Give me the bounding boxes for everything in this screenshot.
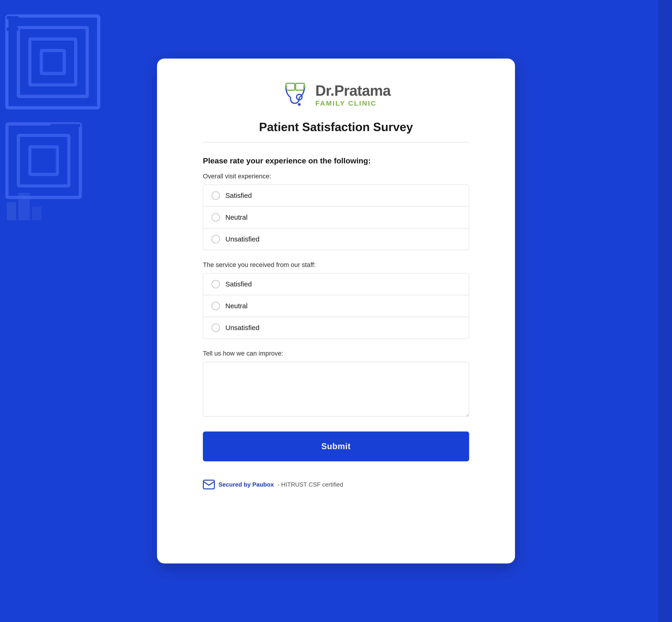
q1-unsatisfied-radio: [212, 235, 220, 243]
svg-rect-5: [7, 28, 19, 31]
q2-satisfied-label: Satisfied: [225, 280, 252, 288]
q1-unsatisfied-option[interactable]: Unsatisfied: [203, 228, 469, 250]
page-title: Patient Satisfaction Survey: [259, 120, 413, 134]
survey-form: Please rate your experience on the follo…: [203, 156, 469, 489]
svg-rect-12: [32, 207, 41, 220]
q2-unsatisfied-option[interactable]: Unsatisfied: [203, 317, 469, 339]
q1-neutral-option[interactable]: Neutral: [203, 206, 469, 228]
q2-satisfied-option[interactable]: Satisfied: [203, 273, 469, 295]
footer-secured-text: Secured by Paubox: [218, 481, 274, 488]
clinic-name: Dr.Pratama: [315, 83, 391, 98]
logo-section: Dr.Pratama FAMILY CLINIC: [281, 81, 391, 109]
svg-rect-8: [30, 147, 58, 174]
q2-unsatisfied-label: Unsatisfied: [225, 324, 259, 332]
question2-options: Satisfied Neutral Unsatisfied: [203, 273, 469, 339]
q1-satisfied-radio: [212, 192, 220, 200]
svg-rect-2: [30, 39, 76, 85]
footer: Secured by Paubox - HITRUST CSF certifie…: [203, 480, 469, 489]
q1-satisfied-label: Satisfied: [225, 192, 252, 200]
q1-neutral-radio: [212, 213, 220, 221]
logo-text: Dr.Pratama FAMILY CLINIC: [315, 83, 391, 107]
question1-options: Satisfied Neutral Unsatisfied: [203, 184, 469, 250]
q2-neutral-option[interactable]: Neutral: [203, 295, 469, 317]
q2-unsatisfied-radio: [212, 324, 220, 332]
svg-rect-11: [19, 193, 30, 220]
svg-rect-0: [7, 16, 99, 108]
svg-rect-4: [7, 16, 19, 19]
q1-satisfied-option[interactable]: Satisfied: [203, 184, 469, 206]
submit-button[interactable]: Submit: [203, 431, 469, 461]
q2-satisfied-radio: [212, 280, 220, 288]
q2-neutral-label: Neutral: [225, 302, 248, 310]
svg-rect-19: [203, 480, 214, 489]
question1-label: Overall visit experience:: [203, 173, 469, 180]
footer-cert-text: - HITRUST CSF certified: [278, 481, 343, 488]
q1-unsatisfied-label: Unsatisfied: [225, 235, 259, 243]
survey-card: Dr.Pratama FAMILY CLINIC Patient Satisfa…: [157, 59, 515, 563]
svg-point-16: [285, 85, 287, 88]
svg-rect-13: [286, 83, 295, 90]
svg-point-17: [303, 85, 306, 88]
svg-point-18: [298, 103, 300, 106]
logo-icon: [281, 81, 309, 109]
svg-rect-9: [50, 124, 80, 127]
feedback-textarea[interactable]: [203, 362, 469, 417]
title-divider: [203, 142, 469, 142]
q2-neutral-radio: [212, 302, 220, 310]
right-decoration: [658, 0, 672, 622]
question2-label: The service you received from our staff:: [203, 261, 469, 269]
svg-rect-14: [295, 83, 304, 90]
q1-neutral-label: Neutral: [225, 213, 248, 221]
clinic-subtitle: FAMILY CLINIC: [315, 99, 391, 107]
section-heading: Please rate your experience on the follo…: [203, 156, 469, 165]
svg-rect-7: [19, 135, 69, 186]
maze-left-decoration: [5, 14, 106, 220]
paubox-icon: [203, 480, 215, 489]
svg-rect-10: [7, 202, 16, 220]
svg-rect-3: [41, 50, 64, 73]
textarea-label: Tell us how we can improve:: [203, 350, 469, 357]
